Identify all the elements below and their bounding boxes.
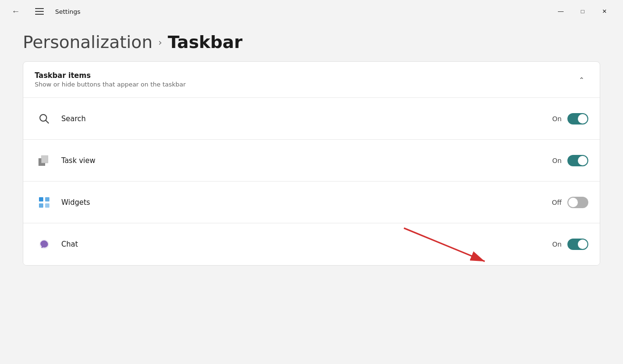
search-toggle[interactable] [567, 113, 588, 125]
maximize-button[interactable]: □ [572, 4, 594, 19]
widgets-toggle-group: Off [552, 197, 588, 208]
taskbar-items-section: Taskbar items Show or hide buttons that … [23, 61, 600, 266]
hamburger-button[interactable] [31, 6, 48, 17]
close-button[interactable]: ✕ [594, 4, 615, 19]
breadcrumb-parent[interactable]: Personalization [23, 32, 153, 52]
chat-toggle[interactable] [567, 239, 588, 250]
back-button[interactable]: ← [8, 5, 24, 19]
search-label: Search [61, 115, 552, 123]
hamburger-line-3 [35, 14, 44, 15]
widgets-label: Widgets [61, 198, 552, 207]
widgets-toggle-knob [568, 198, 578, 207]
window-controls: — □ ✕ [550, 4, 615, 19]
section-header-text: Taskbar items Show or hide buttons that … [35, 71, 186, 88]
svg-line-1 [46, 120, 49, 123]
chat-label: Chat [61, 240, 552, 249]
taskview-toggle[interactable] [567, 155, 588, 166]
svg-rect-4 [39, 197, 43, 201]
svg-rect-6 [39, 203, 43, 208]
search-setting-row: Search On [23, 98, 600, 140]
section-description: Show or hide buttons that appear on the … [35, 81, 186, 88]
section-title: Taskbar items [35, 71, 186, 80]
chat-toggle-knob [578, 239, 587, 249]
widgets-icon [35, 197, 54, 208]
breadcrumb-arrow: › [158, 37, 162, 48]
search-toggle-label: On [552, 115, 562, 123]
taskview-setting-row: Task view On [23, 140, 600, 182]
chat-setting-row: Chat On [23, 223, 600, 265]
search-toggle-group: On [552, 113, 588, 125]
taskview-label: Task view [61, 156, 552, 165]
taskview-toggle-group: On [552, 155, 588, 166]
svg-rect-7 [45, 203, 49, 208]
title-bar: ← Settings — □ ✕ [0, 0, 623, 23]
taskview-icon [35, 155, 54, 166]
search-icon [35, 114, 54, 124]
breadcrumb: Personalization › Taskbar [0, 23, 623, 61]
hamburger-line-2 [35, 11, 44, 12]
main-content: Taskbar items Show or hide buttons that … [0, 61, 623, 266]
widgets-toggle[interactable] [567, 197, 588, 208]
hamburger-line-1 [35, 8, 44, 9]
chat-icon [35, 239, 54, 250]
taskview-toggle-label: On [552, 157, 562, 164]
collapse-button[interactable]: ⌃ [575, 74, 588, 86]
taskview-toggle-knob [578, 156, 587, 165]
svg-rect-5 [45, 197, 49, 201]
chat-toggle-label: On [552, 240, 562, 248]
section-header: Taskbar items Show or hide buttons that … [23, 62, 600, 98]
widgets-setting-row: Widgets Off [23, 182, 600, 223]
search-toggle-knob [578, 114, 587, 124]
title-bar-left: ← Settings [8, 5, 80, 19]
svg-rect-3 [41, 155, 48, 163]
app-title: Settings [55, 8, 80, 15]
chat-toggle-group: On [552, 239, 588, 250]
minimize-button[interactable]: — [550, 4, 572, 19]
breadcrumb-current: Taskbar [168, 32, 242, 52]
widgets-toggle-label: Off [552, 199, 562, 206]
